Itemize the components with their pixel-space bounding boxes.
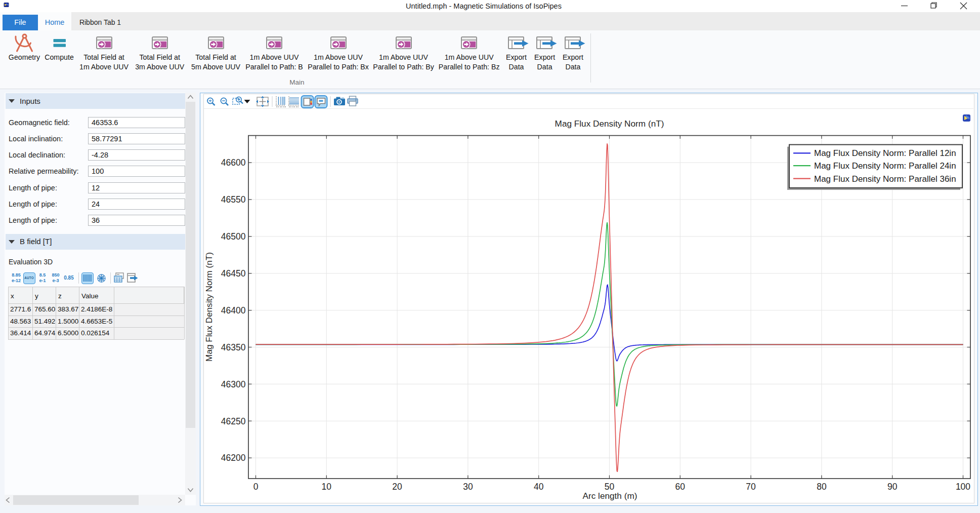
svg-text:0: 0	[253, 482, 259, 492]
svg-text:Mag Flux Density Norm (nT): Mag Flux Density Norm (nT)	[204, 252, 214, 362]
svg-text:46400: 46400	[221, 305, 246, 315]
svg-text:30: 30	[463, 482, 473, 492]
svg-text:46450: 46450	[221, 268, 246, 279]
svg-text:Mag Flux Density Norm: Paralle: Mag Flux Density Norm: Parallel 36in	[814, 174, 956, 184]
svg-text:80: 80	[817, 482, 827, 492]
svg-text:50: 50	[605, 482, 615, 492]
svg-text:46300: 46300	[221, 379, 246, 389]
svg-text:Mag Flux Density Norm (nT): Mag Flux Density Norm (nT)	[555, 119, 664, 129]
svg-text:46350: 46350	[221, 342, 246, 352]
svg-text:100: 100	[956, 482, 970, 492]
svg-text:90: 90	[887, 482, 898, 492]
svg-text:70: 70	[746, 482, 756, 492]
svg-text:60: 60	[675, 482, 686, 492]
svg-text:46250: 46250	[221, 416, 246, 426]
svg-text:10: 10	[322, 482, 332, 492]
svg-text:46500: 46500	[221, 231, 246, 242]
svg-text:Arc length (m): Arc length (m)	[583, 491, 637, 501]
svg-text:46600: 46600	[221, 157, 246, 168]
svg-text:46550: 46550	[221, 194, 246, 205]
svg-text:Mag Flux Density Norm: Paralle: Mag Flux Density Norm: Parallel 12in	[814, 148, 956, 158]
svg-text:46200: 46200	[221, 453, 246, 463]
svg-text:40: 40	[534, 482, 544, 492]
svg-text:Mag Flux Density Norm: Paralle: Mag Flux Density Norm: Parallel 24in	[814, 161, 956, 171]
svg-text:20: 20	[392, 482, 402, 492]
